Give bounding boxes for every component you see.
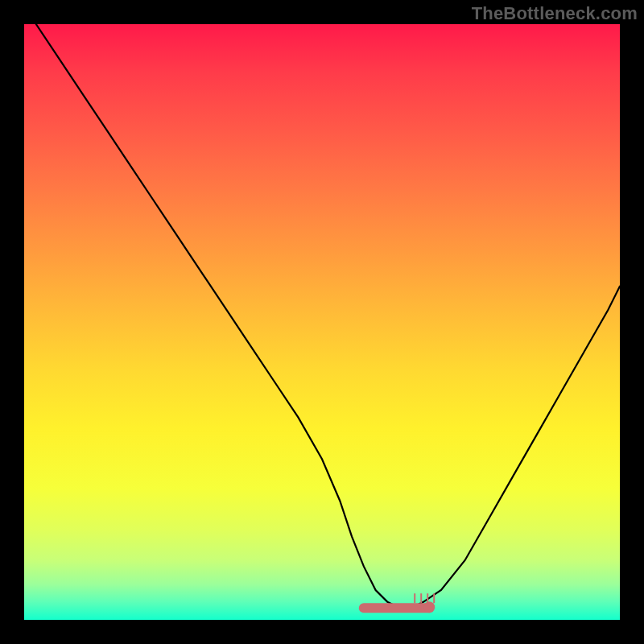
plot-area (24, 24, 620, 620)
chart-frame: TheBottleneck.com (0, 0, 644, 644)
watermark-text: TheBottleneck.com (472, 3, 638, 24)
